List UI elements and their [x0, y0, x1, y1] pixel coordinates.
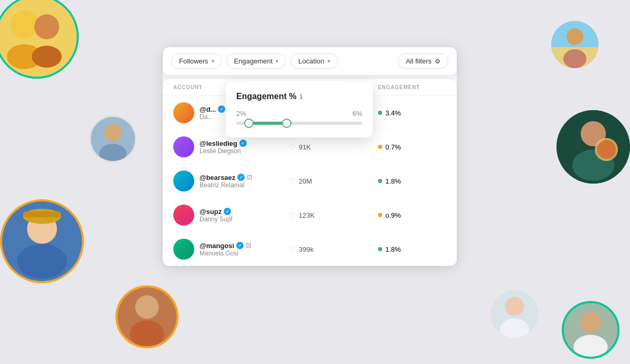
- svg-point-7: [566, 28, 583, 45]
- avatar-mid-left: [89, 115, 136, 163]
- engagement-dot-orange: [378, 145, 382, 149]
- account-cell: @mangosi ✓ ⊡ Manuela Gosi: [173, 239, 289, 260]
- engagement-dot-green: [378, 247, 382, 251]
- account-name: Manuela Gosi: [200, 250, 251, 257]
- account-name: Danny Supf: [200, 216, 233, 223]
- all-filters-button[interactable]: All filters ⚙: [398, 53, 448, 69]
- svg-point-29: [580, 312, 602, 334]
- all-filters-label: All filters: [406, 57, 432, 65]
- avatar: [173, 205, 194, 226]
- avatar-bottom-right-woman: [491, 291, 538, 338]
- verified-badge: ✓: [224, 208, 231, 215]
- engagement-cell: 0.7%: [378, 143, 446, 151]
- engagement-cell: o.9%: [378, 211, 446, 219]
- engagement-filter-label: Engagement: [234, 57, 273, 65]
- slider-thumb-right[interactable]: [282, 119, 291, 128]
- account-cell: @supz ✓ Danny Supf: [173, 205, 289, 226]
- filter-sliders-icon: ⚙: [435, 58, 440, 65]
- verified-badge: ✓: [218, 105, 225, 113]
- avatar-top-left: [0, 0, 79, 79]
- avatar: [173, 136, 194, 157]
- engagement-cell: 3.4%: [378, 109, 446, 117]
- svg-point-30: [574, 335, 608, 359]
- heart-icon: ♡: [289, 177, 296, 185]
- svg-point-1: [10, 10, 38, 38]
- avatar-right-pizza: [556, 110, 630, 184]
- account-cell: @lesliedieg ✓ Leslie Diegson: [173, 136, 289, 157]
- avatar: [173, 102, 194, 123]
- media-icon: ⊡: [247, 174, 252, 181]
- followers-filter[interactable]: Followers ▾: [171, 53, 222, 69]
- location-filter-label: Location: [298, 57, 324, 65]
- account-handle: @supz ✓: [200, 208, 233, 216]
- svg-point-26: [505, 297, 524, 316]
- account-name: Da...: [200, 113, 225, 121]
- followers-chevron-icon: ▾: [212, 58, 214, 64]
- engagement-cell: 1.8%: [378, 245, 446, 253]
- followers-cell: ♡ 20M: [289, 177, 378, 185]
- verified-badge: ✓: [237, 174, 245, 181]
- avatar: [173, 239, 194, 260]
- svg-point-8: [563, 49, 586, 68]
- avatar-bottom-man: [116, 285, 178, 348]
- svg-point-10: [104, 124, 122, 142]
- engagement-dot-orange: [378, 213, 382, 217]
- heart-icon: ♡: [289, 143, 296, 151]
- engagement-dot-green: [378, 179, 382, 183]
- followers-cell: ♡ 123K: [289, 211, 378, 219]
- svg-point-4: [32, 46, 62, 68]
- popup-title: Engagement % ℹ: [236, 92, 362, 101]
- filter-bar: Followers ▾ Engagement ▾ Location ▾ All …: [163, 47, 457, 75]
- slider-thumb-left[interactable]: [244, 119, 254, 128]
- svg-rect-20: [23, 211, 61, 217]
- account-cell: @bearsaez ✓ ⊡ Beatriz Retamal: [173, 170, 289, 191]
- engagement-dot-green: [378, 111, 382, 115]
- table-row: @mangosi ✓ ⊡ Manuela Gosi ♡ 399k 1.8%: [163, 232, 457, 266]
- location-chevron-icon: ▾: [328, 58, 330, 64]
- svg-point-16: [597, 140, 616, 159]
- followers-filter-label: Followers: [179, 57, 208, 65]
- followers-cell: ♡ 399k: [289, 245, 378, 253]
- account-handle: @mangosi ✓ ⊡: [200, 242, 251, 250]
- range-max-label: 6%: [352, 110, 362, 117]
- popup-range-labels: 2% 6%: [236, 110, 362, 117]
- engagement-cell: 1.8%: [378, 177, 446, 185]
- account-handle: @bearsaez ✓ ⊡: [200, 174, 252, 181]
- location-filter[interactable]: Location ▾: [290, 53, 338, 69]
- avatar-left-woman: [0, 199, 84, 283]
- svg-point-24: [130, 320, 164, 348]
- svg-point-3: [34, 14, 59, 39]
- table-row: @supz ✓ Danny Supf ♡ 123K o.9%: [163, 198, 457, 232]
- range-min-label: 2%: [236, 110, 246, 117]
- engagement-popup: Engagement % ℹ 2% 6%: [226, 81, 373, 137]
- engagement-header: ENGAGEMENT: [378, 84, 446, 90]
- svg-point-23: [135, 295, 159, 319]
- engagement-chevron-icon: ▾: [276, 58, 278, 64]
- media-icon: ⊡: [246, 242, 251, 249]
- heart-icon: ♡: [289, 211, 296, 219]
- heart-icon: ♡: [289, 245, 296, 253]
- avatar-bottom-right-man: [562, 301, 620, 359]
- info-icon: ℹ: [300, 93, 302, 101]
- account-handle: @d... ✓: [200, 105, 225, 113]
- account-name: Beatriz Retamal: [200, 181, 252, 189]
- engagement-slider-track[interactable]: [236, 122, 362, 125]
- engagement-filter[interactable]: Engagement ▾: [226, 53, 287, 69]
- account-handle: @lesliedieg ✓: [200, 140, 247, 147]
- avatar-top-right: [551, 21, 598, 68]
- account-name: Leslie Diegson: [200, 147, 247, 155]
- table-row: @bearsaez ✓ ⊡ Beatriz Retamal ♡ 20M 1.8%: [163, 164, 457, 198]
- avatar: [173, 170, 194, 191]
- verified-badge: ✓: [239, 140, 247, 147]
- verified-badge: ✓: [236, 242, 244, 249]
- svg-point-21: [17, 244, 67, 279]
- slider-fill: [249, 122, 287, 125]
- svg-point-11: [99, 144, 127, 163]
- followers-cell: ♡ 91K: [289, 143, 378, 151]
- main-card: Followers ▾ Engagement ▾ Location ▾ All …: [163, 47, 457, 266]
